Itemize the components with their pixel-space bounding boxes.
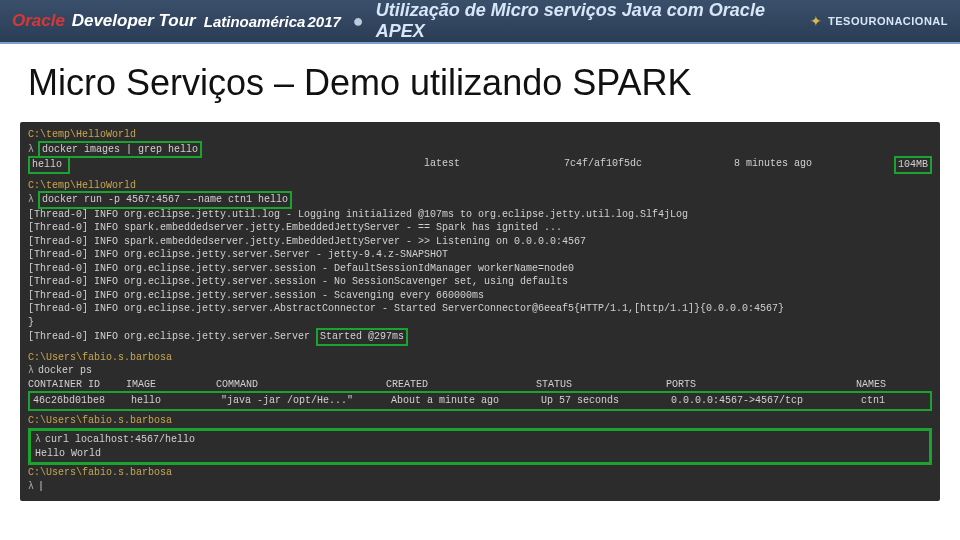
header-title: Utilização de Micro serviços Java com Or… [376, 0, 810, 42]
star-icon: ✦ [810, 13, 822, 29]
docker-image-row: hello latest 7c4f/af10f5dc 8 minutes ago… [28, 157, 932, 173]
separator-dot: ● [353, 11, 364, 32]
highlight-started: Started @297ms [316, 328, 408, 346]
brand-oracle: Oracle Developer Tour [12, 11, 196, 31]
slide-title: Micro Serviços – Demo utilizando SPARK [0, 44, 960, 114]
ps-header-row: CONTAINER ID IMAGE COMMAND CREATED STATU… [28, 378, 932, 392]
cursor-icon: | [38, 481, 44, 492]
highlight-curl: λcurl localhost:4567/hello Hello World [28, 428, 932, 465]
highlight-ps-row: 46c26bd01be8 hello "java -jar /opt/He...… [28, 391, 932, 411]
tesouro-logo: ✦ TESOURONACIONAL [810, 13, 948, 29]
terminal-screenshot: C:\temp\HelloWorld λdocker images | grep… [20, 122, 940, 501]
highlight-size: 104MB [894, 156, 932, 174]
brand-sub: Latinoamérica 2017 [204, 14, 341, 29]
presentation-header: Oracle Developer Tour Latinoamérica 2017… [0, 0, 960, 44]
highlight-docker-run: docker run -p 4567:4567 --name ctn1 hell… [38, 191, 292, 209]
